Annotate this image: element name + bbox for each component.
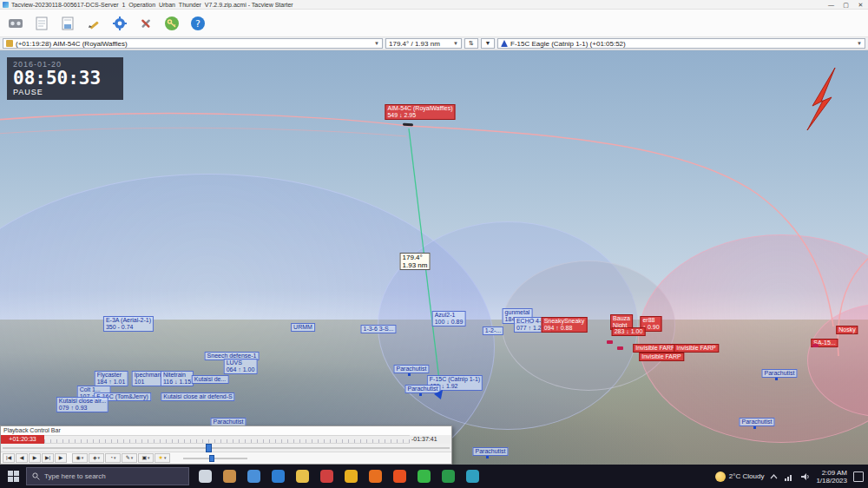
timeline-thumb[interactable] [206, 444, 212, 452]
unit-label[interactable]: SneakySneaky094 ↑ 0.88 [542, 317, 588, 333]
tacview-icon[interactable] [462, 466, 483, 487]
play-reverse-button[interactable]: ◀ [16, 453, 28, 463]
chevron-down-icon: ▼ [857, 41, 862, 46]
unit-label[interactable]: Parachutist [472, 447, 508, 456]
opera-icon[interactable] [316, 466, 337, 487]
dot-blue-icon[interactable] [775, 378, 778, 380]
dot-blue-icon[interactable] [408, 373, 411, 376]
taskbar-search[interactable]: Type here to search [26, 467, 189, 485]
dot-blue-icon[interactable] [753, 426, 756, 429]
unit-label[interactable]: E-3A (Aerial-2-1)350 - 0.74 [103, 316, 154, 332]
maximize-button[interactable]: ▢ [838, 0, 853, 10]
play-button[interactable]: ▶ [29, 453, 41, 463]
weather-widget[interactable]: 2°C Cloudy [715, 472, 765, 482]
close-button[interactable]: ✕ [853, 0, 868, 10]
speed-slider[interactable] [183, 455, 247, 462]
hud-playback-state: PAUSE [13, 88, 117, 96]
swap-options-button[interactable]: ▼ [481, 38, 495, 49]
unit-label[interactable]: 1-2-... [483, 326, 503, 335]
system-tray: 2°C Cloudy 2:09 AM 1/18/2023 [715, 469, 868, 485]
unit-label[interactable]: Invisible FARP [633, 344, 678, 353]
unit-label[interactable]: Invisible FARP [674, 344, 719, 353]
scene-3d-view[interactable]: 2016-01-20 08:50:33 PAUSE AIM-54C (Royal… [0, 50, 868, 465]
unit-red-icon[interactable] [812, 344, 819, 347]
chevron-down-icon: ▼ [453, 41, 458, 46]
open-document-icon[interactable] [30, 11, 53, 35]
dot-blue-icon[interactable] [486, 456, 489, 458]
seek-track [3, 447, 450, 449]
file-explorer-icon[interactable] [292, 466, 312, 487]
seek-bar[interactable] [1, 444, 451, 452]
unit-label[interactable]: 283 ↓ 1.00 [612, 327, 646, 336]
title-bar: Tacview-20230118-005617-DCS-Server_1_Ope… [0, 0, 868, 10]
unit-red-icon[interactable] [617, 346, 623, 350]
edit-pencil-icon[interactable] [82, 11, 105, 35]
network-icon[interactable] [784, 472, 794, 481]
fast-forward-button[interactable]: ▶ [55, 453, 67, 463]
unit-label[interactable]: Flycaster184 ↑ 1.01 [95, 371, 128, 386]
unit-label[interactable]: Nitetrain116 ↓ 1.15 [161, 371, 194, 386]
edge-icon[interactable] [267, 466, 288, 487]
time-tool-button[interactable]: ◔▾ [105, 453, 121, 463]
unit-label[interactable]: Parachutist [761, 369, 797, 378]
notification-center-icon[interactable] [853, 472, 864, 482]
bearing-range-dropdown[interactable]: 179.4° / 1.93 nm ▼ [385, 38, 462, 49]
secondary-object-dropdown[interactable]: F-15C Eagle (Catnip 1-1) (+01:05:52) ▼ [497, 38, 865, 49]
unit-label[interactable]: Kutaisi de... [192, 375, 229, 384]
firefox-icon[interactable] [365, 466, 385, 487]
unit-label[interactable]: 1-3-6 3-S... [360, 325, 396, 333]
license-key-icon[interactable] [160, 11, 183, 35]
vlc-icon[interactable] [389, 466, 410, 487]
taskbar-clock[interactable]: 2:09 AM 1/18/2023 [816, 469, 847, 485]
favorites-button[interactable]: ★▾ [155, 453, 170, 463]
unit-label[interactable]: LUVS064 ↑ 1.00 [224, 359, 258, 374]
task-view-icon[interactable] [194, 466, 215, 487]
unit-label[interactable]: Invisible FARP [639, 353, 684, 361]
speaker-icon[interactable] [800, 472, 810, 481]
photos-icon[interactable] [219, 466, 240, 487]
transport-buttons: |◀◀▶▶|▶ [3, 453, 67, 463]
unit-label[interactable]: Ipechman101 [132, 371, 164, 386]
swap-objects-button[interactable]: ⇅ [464, 38, 478, 49]
windows-taskbar: Type here to search 2°C Cloudy 2:09 AM 1… [0, 465, 868, 488]
whatsapp-icon[interactable] [413, 466, 434, 487]
weather-icon [715, 472, 726, 482]
grid-tool-button[interactable]: ▣▾ [138, 453, 154, 463]
jump-start-button[interactable]: |◀ [3, 453, 15, 463]
speed-thumb[interactable] [209, 455, 214, 462]
event-ticks-bar[interactable] [44, 435, 410, 444]
unit-label[interactable]: Kutaisi close air...079 ↑ 0.93 [56, 397, 108, 412]
unit-red-icon[interactable] [607, 340, 613, 344]
unit-label[interactable]: Kutaisi close air defend-S [161, 392, 234, 401]
window-title: Tacview-20230118-005617-DCS-Server_1_Ope… [11, 2, 824, 8]
unit-label[interactable]: Azul2-1100 ↓ 0.89 [432, 311, 466, 326]
svg-text:?: ? [195, 18, 201, 30]
settings-gear-icon[interactable] [108, 11, 131, 35]
tools-icon[interactable] [134, 11, 157, 35]
start-button[interactable] [0, 465, 26, 488]
unit-label[interactable]: AIM-54C (RoyalWaffles)549 ↓ 2.95 [385, 104, 455, 120]
minimize-button[interactable]: — [824, 0, 838, 10]
unit-label[interactable]: Parachutist [393, 365, 429, 373]
taskbar-apps [189, 466, 483, 487]
camera-tool-button[interactable]: ◉▾ [72, 453, 88, 463]
hud-time: 08:50:33 [13, 69, 117, 88]
dot-blue-icon[interactable] [419, 393, 422, 396]
primary-object-dropdown[interactable]: (+01:19:28) AIM-54C (RoyalWaffles) ▼ [3, 38, 383, 49]
excel-icon[interactable] [437, 466, 458, 487]
unit-label[interactable]: URMM [291, 323, 315, 332]
unit-label[interactable]: Nosky [836, 326, 858, 334]
tray-expand-icon[interactable] [770, 474, 778, 479]
playback-control-bar: Playback Control Bar +01:20:33 -01:37:41… [0, 425, 452, 465]
save-document-icon[interactable] [56, 11, 79, 35]
chrome-icon[interactable] [340, 466, 361, 487]
unit-label[interactable]: Parachutist [739, 418, 774, 426]
windows-logo-icon [8, 471, 19, 482]
annotation-tool-button[interactable]: ✎▾ [122, 453, 137, 463]
defender-icon[interactable] [243, 466, 264, 487]
help-icon[interactable]: ? [186, 11, 209, 35]
recorder-icon[interactable] [3, 11, 27, 35]
jump-end-button[interactable]: ▶| [42, 453, 54, 463]
view-mode-button[interactable]: ◈▾ [89, 453, 104, 463]
missile-icon [6, 40, 13, 47]
